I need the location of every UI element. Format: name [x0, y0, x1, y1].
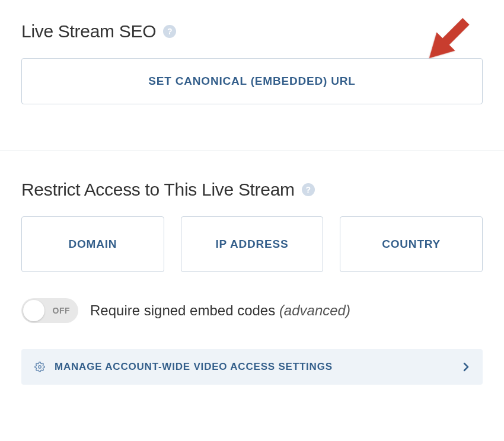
manage-link-text: MANAGE ACCOUNT-WIDE VIDEO ACCESS SETTING…: [55, 361, 462, 373]
manage-account-settings-link[interactable]: MANAGE ACCOUNT-WIDE VIDEO ACCESS SETTING…: [21, 349, 483, 385]
signed-embed-toggle-row: OFF Require signed embed codes (advanced…: [21, 298, 483, 323]
help-icon[interactable]: ?: [302, 183, 315, 196]
chevron-right-icon: [462, 362, 470, 372]
signed-embed-text: Require signed embed codes: [90, 302, 279, 318]
restrict-title-row: Restrict Access to This Live Stream ?: [21, 180, 483, 200]
seo-title: Live Stream SEO: [21, 21, 156, 41]
restrict-ip-button[interactable]: IP ADDRESS: [181, 216, 324, 272]
set-canonical-url-button[interactable]: SET CANONICAL (EMBEDDED) URL: [21, 58, 483, 104]
restrict-title: Restrict Access to This Live Stream: [21, 180, 295, 200]
help-icon[interactable]: ?: [163, 25, 176, 38]
toggle-state-label: OFF: [53, 306, 71, 315]
restrict-country-button[interactable]: COUNTRY: [340, 216, 483, 272]
signed-embed-label: Require signed embed codes (advanced): [90, 302, 350, 319]
seo-section: Live Stream SEO ? SET CANONICAL (EMBEDDE…: [0, 0, 504, 126]
restrict-section: Restrict Access to This Live Stream ? DO…: [0, 151, 504, 406]
seo-title-row: Live Stream SEO ?: [21, 21, 483, 41]
signed-embed-toggle[interactable]: OFF: [21, 298, 78, 323]
signed-embed-advanced: (advanced): [279, 302, 350, 318]
restrict-buttons-row: DOMAIN IP ADDRESS COUNTRY: [21, 216, 483, 272]
svg-point-1: [39, 366, 42, 369]
restrict-domain-button[interactable]: DOMAIN: [21, 216, 164, 272]
toggle-knob: [23, 300, 44, 321]
gear-icon: [34, 362, 45, 372]
